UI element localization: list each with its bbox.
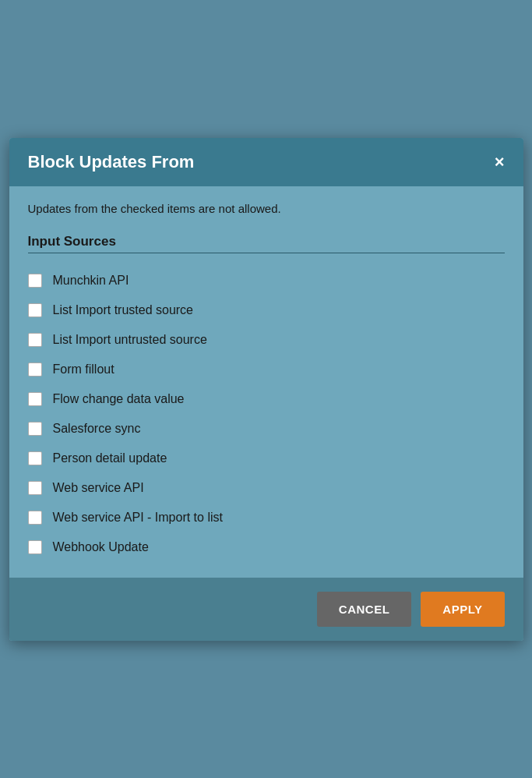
checkbox-list-import-untrusted[interactable] — [28, 333, 42, 347]
list-item: List Import trusted source — [28, 295, 505, 325]
modal-footer: CANCEL APPLY — [9, 578, 523, 641]
cancel-button[interactable]: CANCEL — [317, 592, 412, 627]
label-list-import-trusted[interactable]: List Import trusted source — [53, 303, 194, 317]
label-web-service-api[interactable]: Web service API — [53, 481, 144, 495]
label-list-import-untrusted[interactable]: List Import untrusted source — [53, 333, 207, 347]
label-salesforce-sync[interactable]: Salesforce sync — [53, 422, 141, 436]
modal-body: Updates from the checked items are not a… — [9, 186, 523, 570]
label-form-fillout[interactable]: Form fillout — [53, 362, 115, 377]
label-flow-change-data[interactable]: Flow change data value — [53, 392, 185, 406]
checkbox-webhook-update[interactable] — [28, 540, 42, 554]
label-web-service-api-import[interactable]: Web service API - Import to list — [53, 511, 223, 525]
list-item: Flow change data value — [28, 384, 505, 414]
block-updates-modal: Block Updates From × Updates from the ch… — [9, 138, 523, 641]
close-button[interactable]: × — [495, 154, 505, 171]
checkbox-munchkin-api[interactable] — [28, 274, 42, 288]
list-item: Person detail update — [28, 444, 505, 473]
list-item: Web service API - Import to list — [28, 503, 505, 532]
list-item: Salesforce sync — [28, 414, 505, 444]
checkbox-list: Munchkin APIList Import trusted sourceLi… — [28, 266, 505, 562]
apply-button[interactable]: APPLY — [421, 592, 504, 627]
checkbox-web-service-api[interactable] — [28, 481, 42, 495]
list-item: Munchkin API — [28, 266, 505, 295]
label-person-detail-update[interactable]: Person detail update — [53, 451, 167, 465]
checkbox-salesforce-sync[interactable] — [28, 422, 42, 436]
list-item: List Import untrusted source — [28, 325, 505, 355]
list-item: Web service API — [28, 473, 505, 503]
checkbox-web-service-api-import[interactable] — [28, 511, 42, 525]
modal-description: Updates from the checked items are not a… — [28, 202, 505, 215]
list-item: Form fillout — [28, 355, 505, 384]
label-munchkin-api[interactable]: Munchkin API — [53, 274, 129, 288]
checkbox-flow-change-data[interactable] — [28, 392, 42, 406]
checkbox-form-fillout[interactable] — [28, 362, 42, 377]
section-title: Input Sources — [28, 234, 505, 249]
section-divider — [28, 253, 505, 253]
modal-header: Block Updates From × — [9, 138, 523, 186]
list-item: Webhook Update — [28, 532, 505, 562]
checkbox-person-detail-update[interactable] — [28, 451, 42, 465]
modal-title: Block Updates From — [28, 152, 195, 172]
label-webhook-update[interactable]: Webhook Update — [53, 540, 149, 554]
checkbox-list-import-trusted[interactable] — [28, 303, 42, 317]
